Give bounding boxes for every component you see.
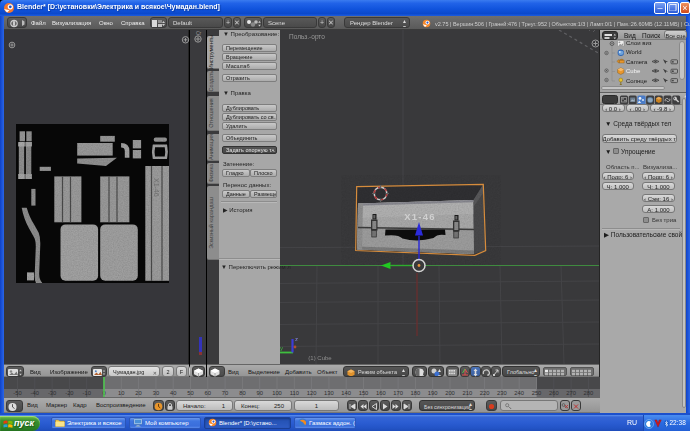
svg-text:40: 40 [170,390,176,396]
svg-text:70: 70 [222,390,228,396]
svg-text:-30: -30 [48,390,56,396]
svg-text:z: z [295,336,298,342]
svg-text:X1-46: X1-46 [404,211,435,222]
svg-text:Польз.-орто: Польз.-орто [289,33,325,41]
svg-text:270: 270 [566,390,576,396]
svg-text:30: 30 [153,390,159,396]
svg-text:120: 120 [307,390,317,396]
svg-text:200: 200 [445,390,455,396]
svg-text:100: 100 [272,390,282,396]
svg-text:110: 110 [290,390,299,396]
svg-text:130: 130 [324,390,334,396]
svg-text:240: 240 [514,390,524,396]
svg-text:260: 260 [549,390,559,396]
svg-text:280: 280 [584,390,594,396]
svg-text:50: 50 [187,390,193,396]
svg-text:80: 80 [239,390,245,396]
svg-text:Cr: Cr [196,30,202,36]
svg-text:-40: -40 [31,390,39,396]
svg-text:-10: -10 [83,390,91,396]
svg-text:230: 230 [497,390,507,396]
svg-text:y: y [280,345,283,351]
svg-text:170: 170 [393,390,403,396]
svg-text:X1-46: X1-46 [153,178,160,197]
svg-text:-20: -20 [65,390,73,396]
svg-text:90: 90 [256,390,262,396]
svg-text:180: 180 [411,390,421,396]
svg-text:160: 160 [376,390,386,396]
svg-text:-50: -50 [13,390,21,396]
svg-text:60: 60 [205,390,211,396]
svg-text:190: 190 [428,390,438,396]
svg-text:140: 140 [341,390,351,396]
svg-text:(1) Cube: (1) Cube [308,355,332,361]
svg-text:10: 10 [118,390,124,396]
svg-text:220: 220 [480,390,490,396]
svg-text:250: 250 [532,390,542,396]
svg-text:20: 20 [135,390,141,396]
svg-text:210: 210 [462,390,472,396]
svg-text:150: 150 [359,390,369,396]
